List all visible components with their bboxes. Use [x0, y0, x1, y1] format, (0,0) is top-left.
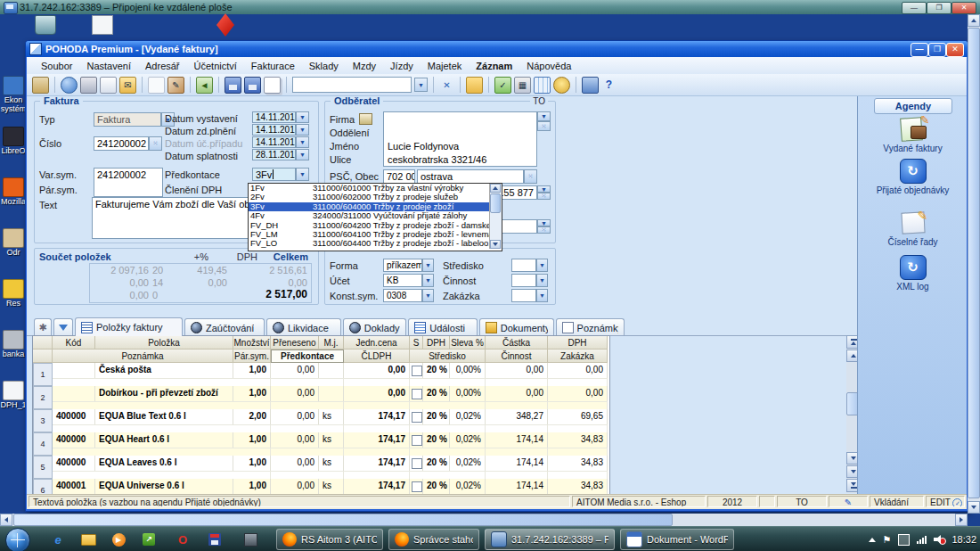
agendy-item-ciselne-rady[interactable]: ✎Číselné řady: [858, 210, 967, 248]
folder-icon[interactable]: [466, 77, 483, 94]
order-ref-browse-button[interactable]: ⁙: [537, 226, 551, 234]
tab-udalosti[interactable]: Události: [408, 318, 478, 336]
print-preview-icon[interactable]: [100, 77, 117, 94]
table-row[interactable]: 2Dobírkou - při převzetí zboží1,000,000,…: [33, 386, 608, 409]
col-header-m-j[interactable]: M.j.: [319, 336, 344, 350]
payment-input-forma[interactable]: příkazem: [383, 259, 422, 272]
dropdown-scrollbar[interactable]: [489, 184, 502, 249]
agendy-item-xml-log[interactable]: ↻XML log: [858, 255, 967, 292]
desktop-icon-banka[interactable]: banka: [0, 330, 27, 358]
agendy-header[interactable]: Agendy: [874, 98, 952, 114]
psc-input[interactable]: 702 00: [383, 169, 415, 184]
taskbar-button-dokument-wordpad[interactable]: Dokument - WordPad: [620, 529, 734, 550]
tray-expand-icon[interactable]: [869, 538, 876, 542]
agendy-item-prijate-objednavky[interactable]: ↻Přijaté objednávky: [858, 159, 967, 196]
calc-icon[interactable]: ▦: [514, 77, 531, 94]
date-input-0[interactable]: 14.11.2012: [252, 111, 296, 123]
col-header-mnozstvi[interactable]: Množství: [233, 336, 271, 350]
menu-item-napoveda[interactable]: Nápověda: [519, 59, 578, 73]
coins-icon[interactable]: [553, 77, 570, 94]
menu-item-majetek[interactable]: Majetek: [421, 59, 470, 73]
desktop-icon-ekon-system[interactable]: Ekon systém: [0, 76, 27, 113]
menu-item-nastaveni[interactable]: Nastavení: [79, 59, 138, 73]
payment-dropdown-forma[interactable]: ▼: [422, 259, 434, 272]
filter-icon[interactable]: ✕: [439, 78, 454, 93]
col-header-sleva[interactable]: Sleva %: [450, 336, 486, 350]
tab-zauctovani[interactable]: Zaúčtování: [184, 318, 265, 336]
order-ref-dropdown-button[interactable]: ▼: [537, 219, 551, 226]
col-header-s[interactable]: S: [410, 336, 423, 350]
window-minimize-button[interactable]: —: [911, 43, 928, 57]
start-button[interactable]: [5, 528, 30, 551]
payment-dropdown-ucet[interactable]: ▼: [422, 274, 434, 287]
copy-icon[interactable]: [264, 77, 281, 94]
rdp-hscrollbar[interactable]: [0, 514, 968, 526]
sphere-icon[interactable]: [61, 77, 78, 94]
vat-checkbox[interactable]: [412, 366, 422, 376]
predkontace-combo[interactable]: 3Fv: [252, 168, 296, 181]
payment-input-konst-sym[interactable]: 0308: [383, 289, 422, 302]
network-icon[interactable]: [917, 535, 927, 544]
varsym-input[interactable]: 241200002: [94, 168, 163, 197]
taskbar-button-31-7-242-162-3389-p[interactable]: 31.7.242.162:3389 – P…: [485, 529, 615, 550]
table-row[interactable]: 1Česká pošta1,000,000,0020 %0,00%0,000,0…: [33, 363, 608, 386]
back-icon[interactable]: ◄: [196, 77, 213, 94]
rdp-vscrollbar[interactable]: [968, 14, 980, 514]
obec-browse-button[interactable]: ⁙: [524, 169, 537, 184]
menu-item-zaznam[interactable]: Záznam: [469, 59, 519, 73]
vat-checkbox[interactable]: [412, 481, 422, 492]
desktop-icon-res[interactable]: Res: [0, 279, 27, 308]
desktop-icon-dph-1[interactable]: DPH_1: [0, 381, 27, 409]
desktop-icon-pohoda[interactable]: [212, 13, 239, 37]
monitor-icon[interactable]: [582, 77, 599, 94]
table-icon[interactable]: [534, 77, 551, 94]
search-combobox[interactable]: [292, 77, 412, 93]
menu-item-jizdy[interactable]: Jízdy: [383, 59, 421, 73]
vat-checkbox[interactable]: [412, 412, 422, 423]
menu-item-fakturace[interactable]: Fakturace: [244, 59, 302, 73]
dim-input-stredisko[interactable]: [511, 259, 536, 272]
table-row[interactable]: 3400000EQUA Blue Text 0.6 l2,000,00ks174…: [33, 409, 608, 432]
date-dropdown-button-2[interactable]: ▼: [296, 136, 309, 148]
media-player-icon[interactable]: ▶: [110, 531, 127, 547]
agendy-item-vydane-faktury[interactable]: ✎Vydané faktury: [858, 117, 967, 154]
green-app-icon[interactable]: ↗: [141, 531, 157, 547]
tab-poznamky[interactable]: Poznámky: [556, 318, 625, 336]
opera-icon[interactable]: O: [175, 531, 191, 547]
desktop-icon-mozilla[interactable]: Mozilla: [0, 177, 27, 206]
desktop-icon-recycle-bin[interactable]: [32, 15, 59, 35]
menu-item-ucetnictvi[interactable]: Účetnictví: [187, 59, 244, 73]
tab-likvidace[interactable]: Likvidace: [266, 318, 341, 336]
col-header-castka[interactable]: Částka: [486, 336, 548, 350]
col-header-dph[interactable]: DPH: [423, 336, 450, 350]
date-input-3[interactable]: 28.11.2012: [252, 149, 296, 160]
window-maximize-button[interactable]: ❐: [928, 43, 946, 57]
dropdown-item-fv-lo[interactable]: FV_LO311000/604400 Tržby z prodeje zboží…: [249, 239, 502, 248]
dim-input-zakazka[interactable]: [511, 289, 536, 302]
money-icon[interactable]: ✓: [494, 77, 511, 94]
new-page-icon[interactable]: [148, 77, 165, 94]
volume-muted-icon[interactable]: [934, 535, 944, 544]
dropdown-item-2fv[interactable]: 2Fv311000/602000 Tržby z prodeje služeb: [249, 193, 502, 201]
floppy-app-icon[interactable]: [207, 531, 223, 547]
print-icon[interactable]: [80, 77, 97, 94]
mail-icon[interactable]: ✉: [119, 77, 136, 94]
save-copy-icon[interactable]: [244, 77, 261, 94]
date-input-1[interactable]: 14.11.2012: [252, 124, 296, 136]
rdp-maximize-button[interactable]: ❐: [927, 2, 951, 14]
cislo-input[interactable]: 241200002: [94, 136, 149, 151]
typ-select[interactable]: Faktura: [94, 112, 161, 127]
tab-polozky-faktury[interactable]: Položky faktury: [75, 317, 183, 336]
customer-address-box[interactable]: Lucie Foldynovaceskobratrska 3321/46: [383, 111, 537, 167]
col-header-kod[interactable]: Kód: [53, 336, 95, 350]
vat-checkbox[interactable]: [412, 389, 422, 399]
dim-dropdown-stredisko[interactable]: ▼: [536, 259, 548, 272]
brush-icon[interactable]: ✎: [167, 77, 184, 94]
dim-dropdown-cinnost[interactable]: ▼: [536, 274, 548, 287]
menu-item-soubor[interactable]: Soubor: [34, 59, 79, 73]
desktop-icon-app[interactable]: [89, 15, 116, 35]
tab-asterisk[interactable]: ✱: [34, 318, 52, 336]
taskbar-button-spravce-stahovani[interactable]: Správce stahování: [388, 529, 479, 550]
dim-dropdown-zakazka[interactable]: ▼: [536, 289, 548, 302]
tab-doklady[interactable]: Doklady: [343, 318, 406, 336]
